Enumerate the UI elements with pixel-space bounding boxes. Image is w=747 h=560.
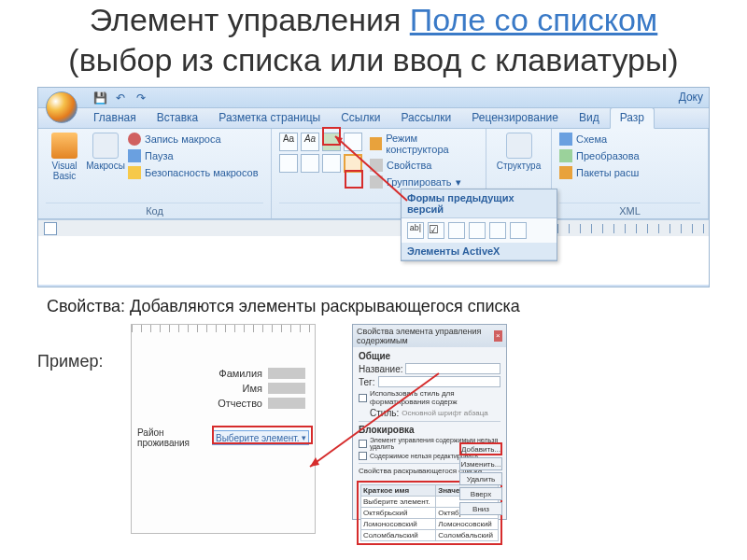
- mini-ruler: [132, 325, 315, 332]
- tab-layout[interactable]: Разметка страницы: [208, 107, 331, 128]
- quick-access-toolbar: 💾 ↶ ↷: [38, 88, 709, 108]
- legacy-shading-icon[interactable]: [489, 222, 506, 239]
- list-row: СоломбальскийСоломбальский: [361, 530, 499, 541]
- tag-label: Тег:: [359, 377, 375, 387]
- name-input[interactable]: [268, 383, 305, 394]
- tab-references[interactable]: Ссылки: [331, 107, 390, 128]
- expansion-packs-button[interactable]: Пакеты расш: [559, 166, 640, 179]
- style-value[interactable]: Основной шрифт абзаца: [402, 409, 488, 417]
- record-macro-button[interactable]: Запись макроса: [128, 133, 259, 146]
- slide-title: Элемент управления Поле со списком (выбо…: [0, 0, 747, 85]
- lock-edit-checkbox[interactable]: [359, 452, 367, 460]
- visual-basic-label: Visual Basic: [46, 161, 83, 181]
- structure-label: Структура: [497, 161, 541, 171]
- group-icon: [370, 175, 383, 189]
- ruler: [38, 219, 709, 236]
- pause-icon: [128, 149, 141, 162]
- title-highlight: Поле со списком: [410, 2, 657, 37]
- tab-mailings[interactable]: Рассылки: [390, 107, 461, 128]
- lock-section-label: Блокировка: [359, 425, 500, 435]
- district-combobox[interactable]: Выберите элемент.: [212, 430, 309, 445]
- macros-label: Макросы: [86, 161, 125, 171]
- ruler-marker[interactable]: [44, 222, 57, 235]
- example-document: Фамилия Имя Отчество Район проживания Вы…: [131, 324, 316, 534]
- properties-button[interactable]: Свойства: [370, 159, 478, 172]
- tag-input-field[interactable]: [378, 376, 500, 387]
- patronymic-input[interactable]: [268, 398, 305, 409]
- richtext-control-icon[interactable]: Aa: [279, 133, 298, 151]
- record-icon: [128, 133, 141, 146]
- use-style-label: Использовать стиль для форматирования со…: [370, 389, 500, 406]
- structure-button[interactable]: Структура: [500, 133, 538, 171]
- undo-icon[interactable]: ↶: [113, 91, 128, 105]
- macro-security-button[interactable]: Безопасность макросов: [128, 166, 259, 179]
- dialog-titlebar[interactable]: Свойства элемента управления содержимым …: [353, 325, 506, 347]
- properties-icon: [370, 159, 383, 172]
- group-xml: Схема Преобразова Пакеты расш XML: [552, 129, 709, 218]
- use-style-checkbox[interactable]: [359, 394, 367, 402]
- example-label: Пример:: [37, 324, 127, 371]
- tab-developer[interactable]: Разр: [610, 107, 655, 129]
- tab-review[interactable]: Рецензирование: [461, 107, 569, 128]
- add-button[interactable]: Добавить...: [459, 442, 502, 455]
- name-label: Название:: [359, 364, 402, 374]
- building-block-icon[interactable]: [344, 133, 362, 151]
- legacy-frame-icon[interactable]: [469, 222, 486, 239]
- warning-icon: [128, 166, 141, 179]
- field-surname: Фамилия: [132, 366, 315, 381]
- properties-dialog: Свойства элемента управления содержимым …: [352, 324, 507, 520]
- combobox-control-icon[interactable]: [279, 154, 298, 173]
- design-icon: [370, 137, 382, 150]
- ribbon-tabs: Главная Вставка Разметка страницы Ссылки…: [38, 108, 709, 129]
- design-mode-button[interactable]: Режим конструктора: [370, 133, 478, 155]
- macros-button[interactable]: Макросы: [87, 133, 124, 171]
- properties-caption: Свойства: Добавляются элементы раскрываю…: [47, 291, 747, 322]
- word-window: Доку 💾 ↶ ↷ Главная Вставка Разметка стра…: [37, 87, 710, 287]
- tab-insert[interactable]: Вставка: [147, 107, 209, 128]
- tab-view[interactable]: Вид: [569, 107, 610, 128]
- close-icon[interactable]: ×: [494, 330, 502, 342]
- transform-button[interactable]: Преобразова: [559, 149, 640, 162]
- group-button[interactable]: Группировать ▾: [370, 175, 478, 189]
- ribbon: Visual Basic Макросы Запись макроса Пауз…: [38, 129, 709, 219]
- pause-macro-button[interactable]: Пауза: [128, 149, 259, 162]
- surname-input[interactable]: [268, 368, 305, 379]
- package-icon: [559, 166, 572, 179]
- legacy-forms-header: Формы предыдущих версий: [402, 189, 557, 218]
- date-control-icon[interactable]: [322, 154, 341, 173]
- down-button[interactable]: Вниз: [459, 502, 502, 515]
- list-row: ЛомоносовскийЛомоносовский: [361, 519, 499, 530]
- group-xml-label: XML: [559, 203, 700, 217]
- text-control-icon[interactable]: Aa: [301, 133, 319, 151]
- office-button[interactable]: [46, 91, 78, 123]
- edit-button[interactable]: Изменить...: [459, 457, 502, 470]
- title-post: (выбор из списка или ввод с клавиатуры): [68, 42, 678, 77]
- title-pre: Элемент управления: [90, 2, 410, 37]
- style-label: Стиль:: [370, 408, 399, 418]
- lock-delete-checkbox[interactable]: [359, 440, 367, 448]
- legacy-tools-button[interactable]: [344, 154, 362, 173]
- picture-control-icon[interactable]: [322, 133, 341, 151]
- schema-button[interactable]: Схема: [559, 133, 640, 146]
- legacy-reset-icon[interactable]: [510, 222, 527, 239]
- legacy-checkbox-icon[interactable]: ☑: [428, 222, 444, 239]
- legacy-textfield-icon[interactable]: ab|: [407, 222, 424, 239]
- dropdown-control-icon[interactable]: [301, 154, 319, 173]
- field-name: Имя: [132, 381, 315, 396]
- redo-icon[interactable]: ↷: [134, 91, 148, 105]
- field-patronymic: Отчество: [132, 396, 315, 411]
- up-button[interactable]: Вверх: [459, 487, 502, 500]
- tab-home[interactable]: Главная: [83, 107, 147, 128]
- document-area: [38, 236, 709, 285]
- visual-basic-button[interactable]: Visual Basic: [46, 133, 83, 181]
- group-code: Visual Basic Макросы Запись макроса Пауз…: [38, 129, 272, 218]
- general-section-label: Общие: [359, 351, 500, 361]
- save-icon[interactable]: 💾: [92, 91, 107, 105]
- legacy-dropdown-icon[interactable]: [448, 222, 465, 239]
- name-input-field[interactable]: [405, 363, 500, 374]
- dialog-title: Свойства элемента управления содержимым: [357, 327, 494, 345]
- schema-icon: [559, 133, 572, 146]
- delete-button[interactable]: Удалить: [459, 472, 502, 485]
- transform-icon: [559, 149, 572, 162]
- legacy-tools-dropdown: Формы предыдущих версий ab| ☑ Элементы A…: [401, 189, 557, 261]
